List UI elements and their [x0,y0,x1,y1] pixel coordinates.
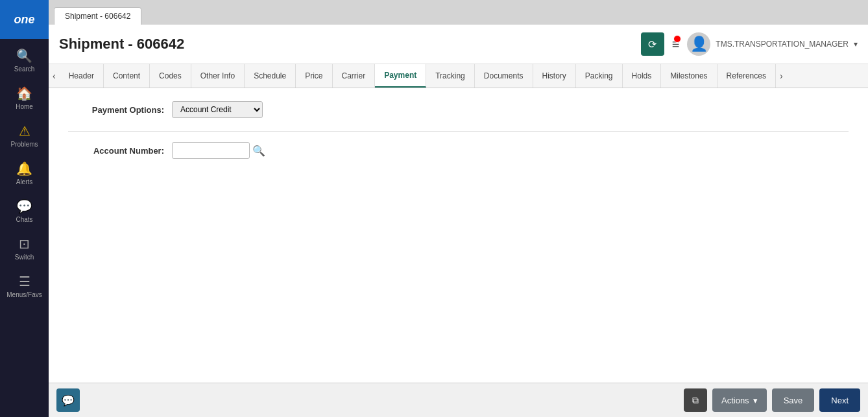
browser-tab-label: Shipment - 606642 [65,12,130,21]
sidebar-item-alerts[interactable]: 🔔 Alerts [0,154,49,192]
refresh-button[interactable]: ⟳ [641,32,664,56]
tab-references[interactable]: References [717,64,776,88]
header-actions: ⟳ ≡ 👤 TMS.TRANSPORTATION_MANAGER ▾ [641,32,858,56]
save-button[interactable]: Save [772,388,815,412]
actions-label: Actions [721,396,749,405]
tab-packing[interactable]: Packing [576,64,623,88]
browser-tab-shipment[interactable]: Shipment - 606642 [54,7,141,25]
app-logo[interactable]: one [0,0,49,39]
search-icon: 🔍 [16,48,32,64]
notification-badge [673,35,681,43]
tab-other-info[interactable]: Other Info [191,64,245,88]
tab-price[interactable]: Price [296,64,332,88]
tab-schedule[interactable]: Schedule [245,64,296,88]
payment-options-row: Payment Options: Account Credit Prepaid … [68,101,849,118]
main-area: Shipment - 606642 Shipment - 606642 ⟳ ≡ … [49,0,868,417]
tab-scroll-right-button[interactable]: › [776,64,787,88]
warning-icon: ⚠ [19,123,30,139]
user-area: 👤 TMS.TRANSPORTATION_MANAGER ▾ [687,32,858,56]
next-button[interactable]: Next [819,388,860,412]
sidebar: one 🔍 Search 🏠 Home ⚠ Problems 🔔 Alerts … [0,0,49,417]
sidebar-item-label: Problems [10,141,38,148]
tab-milestones[interactable]: Milestones [661,64,717,88]
switch-icon: ⊡ [19,236,30,252]
user-name: TMS.TRANSPORTATION_MANAGER [716,40,849,49]
sidebar-item-label: Alerts [16,178,33,185]
chat-bubble-icon: 💬 [62,394,75,407]
tab-scroll-left-button[interactable]: ‹ [49,64,60,88]
payment-options-select[interactable]: Account Credit Prepaid Collect Third Par… [172,101,263,118]
chat-icon: 💬 [16,198,32,214]
content-wrapper: ‹ Header Content Codes Other Info Schedu… [49,64,868,417]
logo-text: one [14,13,34,27]
form-content: Payment Options: Account Credit Prepaid … [49,88,868,383]
copy-button[interactable]: ⧉ [684,388,707,412]
form-divider [68,131,849,132]
tab-navigation: ‹ Header Content Codes Other Info Schedu… [49,64,868,88]
tab-carrier[interactable]: Carrier [333,64,376,88]
sidebar-item-label: Menus/Favs [6,291,42,298]
footer-left: 💬 [56,388,80,412]
chevron-down-icon[interactable]: ▾ [854,40,858,49]
sidebar-item-switch[interactable]: ⊡ Switch [0,230,49,267]
footer-right: ⧉ Actions ▾ Save Next [684,388,860,412]
tab-history[interactable]: History [533,64,576,88]
copy-icon: ⧉ [692,395,699,406]
chat-button[interactable]: 💬 [56,388,80,412]
tab-holds[interactable]: Holds [623,64,662,88]
sidebar-item-menus[interactable]: ☰ Menus/Favs [0,267,49,305]
tab-documents[interactable]: Documents [475,64,533,88]
sidebar-item-label: Search [14,66,35,73]
avatar: 👤 [687,32,710,56]
sidebar-item-home[interactable]: 🏠 Home [0,79,49,117]
sidebar-item-label: Chats [16,216,32,223]
tab-header[interactable]: Header [60,64,104,88]
actions-dropdown-icon: ▾ [753,396,758,405]
sidebar-item-problems[interactable]: ⚠ Problems [0,117,49,154]
tab-codes[interactable]: Codes [150,64,191,88]
page-footer: 💬 ⧉ Actions ▾ Save Next [49,383,868,417]
bell-icon: 🔔 [16,161,32,176]
tab-content[interactable]: Content [104,64,150,88]
account-number-row: Account Number: 🔍 [68,142,849,159]
tab-payment[interactable]: Payment [375,64,426,88]
account-number-label: Account Number: [68,146,172,156]
refresh-icon: ⟳ [648,38,657,51]
magnifier-icon: 🔍 [252,145,265,156]
sidebar-item-chats[interactable]: 💬 Chats [0,192,49,230]
sidebar-item-label: Switch [15,254,34,261]
page-title: Shipment - 606642 [59,36,184,53]
menu-button[interactable]: ≡ [672,37,680,52]
avatar-icon: 👤 [690,36,708,53]
sidebar-item-search[interactable]: 🔍 Search [0,42,49,79]
tab-tracking[interactable]: Tracking [426,64,475,88]
actions-button[interactable]: Actions ▾ [712,388,767,412]
account-number-input[interactable] [172,142,250,159]
browser-tab-bar: Shipment - 606642 [49,0,868,25]
menu-icon: ☰ [19,274,30,289]
page-header: Shipment - 606642 ⟳ ≡ 👤 TMS.TRANSPORTATI… [49,25,868,64]
account-number-search-button[interactable]: 🔍 [252,145,265,157]
home-icon: 🏠 [16,86,32,101]
payment-options-label: Payment Options: [68,105,172,115]
sidebar-item-label: Home [16,103,33,110]
